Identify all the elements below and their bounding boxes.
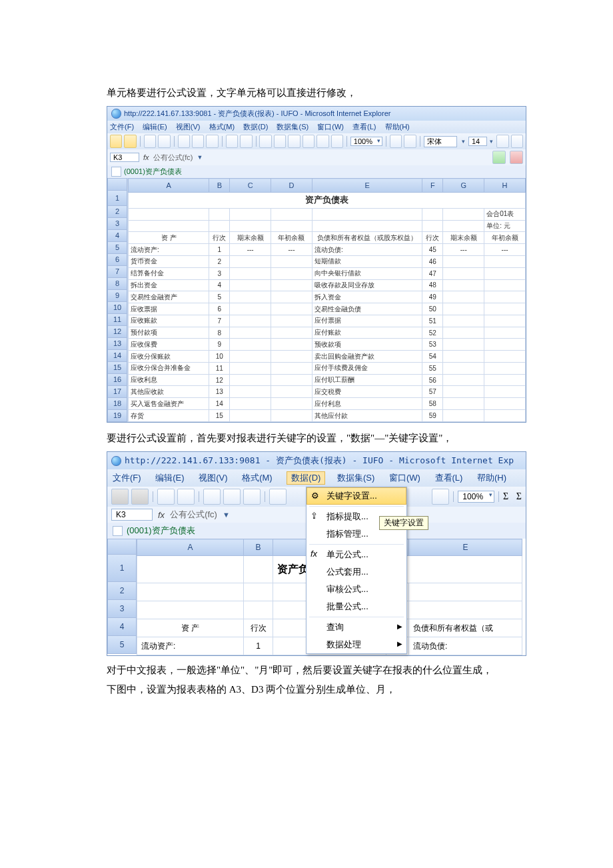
cell[interactable] bbox=[443, 315, 484, 327]
menu-edit[interactable]: 编辑(E) bbox=[143, 123, 167, 131]
row-header[interactable]: 17 bbox=[107, 386, 127, 398]
cell[interactable]: 会合01表 bbox=[484, 208, 526, 220]
menu-dataset[interactable]: 数据集(S) bbox=[277, 123, 308, 131]
redo-icon[interactable] bbox=[240, 135, 252, 148]
cell[interactable]: 应付账款 bbox=[312, 327, 422, 339]
paste2-icon[interactable] bbox=[288, 135, 300, 148]
cell[interactable]: 56 bbox=[422, 374, 443, 386]
cell[interactable]: 应收分保账款 bbox=[129, 351, 209, 363]
cell[interactable] bbox=[484, 279, 526, 291]
col-header[interactable]: B bbox=[209, 179, 230, 193]
menu-data[interactable]: 数据(D) bbox=[243, 123, 268, 131]
print-setup-icon[interactable] bbox=[243, 489, 261, 505]
cell[interactable] bbox=[443, 339, 484, 351]
cell[interactable]: 应付利息 bbox=[312, 398, 422, 410]
preview-icon[interactable] bbox=[203, 489, 221, 505]
cell[interactable] bbox=[230, 291, 271, 303]
formula-mode-select[interactable]: 公有公式(fc) bbox=[153, 153, 193, 163]
cell[interactable] bbox=[230, 315, 271, 327]
cell[interactable]: 流动负债: bbox=[409, 637, 522, 655]
cell-reference-box[interactable]: K3 bbox=[110, 153, 139, 162]
cell[interactable] bbox=[271, 303, 312, 315]
cell[interactable]: 结算备付金 bbox=[129, 267, 209, 279]
cell[interactable]: 应收账款 bbox=[129, 315, 209, 327]
cell[interactable]: 预收款项 bbox=[312, 339, 422, 351]
cell[interactable]: 7 bbox=[209, 315, 230, 327]
cell[interactable] bbox=[271, 351, 312, 363]
spreadsheet-grid[interactable]: A B C D E F G H 资产负债表 会合01表 单位: 元 资 产 行次… bbox=[128, 178, 526, 422]
cell[interactable]: 资 产 bbox=[129, 232, 209, 244]
menu-item-audit-formula[interactable]: 审核公式... bbox=[306, 581, 406, 598]
font-size-select[interactable]: 14 bbox=[468, 137, 487, 146]
cell[interactable] bbox=[271, 339, 312, 351]
find-icon[interactable] bbox=[331, 135, 343, 148]
cell[interactable]: 46 bbox=[422, 256, 443, 268]
cell[interactable] bbox=[484, 398, 526, 410]
cell[interactable]: 单位: 元 bbox=[484, 220, 526, 232]
save-as-icon[interactable] bbox=[124, 135, 136, 148]
cell[interactable] bbox=[443, 327, 484, 339]
cell[interactable]: 12 bbox=[209, 374, 230, 386]
preview-icon[interactable] bbox=[178, 135, 190, 148]
cell[interactable]: 10 bbox=[209, 351, 230, 363]
sigma-icon[interactable] bbox=[390, 135, 402, 148]
chevron-down-icon[interactable]: ▾ bbox=[461, 138, 466, 145]
cell[interactable] bbox=[484, 327, 526, 339]
cell[interactable] bbox=[484, 386, 526, 398]
brush-icon[interactable] bbox=[303, 135, 314, 148]
menu-view[interactable]: 视图(V) bbox=[176, 123, 201, 131]
cell[interactable] bbox=[484, 362, 526, 374]
cell[interactable] bbox=[230, 386, 271, 398]
cell[interactable] bbox=[230, 303, 271, 315]
menu-edit[interactable]: 编辑(E) bbox=[155, 472, 184, 484]
cell[interactable] bbox=[230, 256, 271, 268]
cell[interactable]: 应付职工薪酬 bbox=[312, 374, 422, 386]
cell[interactable] bbox=[230, 267, 271, 279]
cell[interactable] bbox=[484, 351, 526, 363]
cell[interactable]: 货币资金 bbox=[129, 256, 209, 268]
chevron-down-icon[interactable]: ▾ bbox=[489, 138, 494, 145]
menu-item-keyword-setup[interactable]: ⚙关键字设置... bbox=[306, 487, 406, 505]
cell[interactable] bbox=[484, 315, 526, 327]
sheet-tab[interactable]: (0001)资产负债表 bbox=[124, 167, 182, 177]
cell[interactable]: --- bbox=[443, 244, 484, 256]
cell[interactable]: 58 bbox=[422, 398, 443, 410]
fx-icon[interactable]: fx bbox=[158, 510, 165, 520]
cell[interactable]: 13 bbox=[209, 386, 230, 398]
cell[interactable]: 54 bbox=[422, 351, 443, 363]
check-icon[interactable] bbox=[492, 151, 506, 164]
cell[interactable] bbox=[484, 410, 526, 422]
menu-look[interactable]: 查看(L) bbox=[435, 472, 463, 484]
cell[interactable]: 年初余额 bbox=[271, 232, 312, 244]
row-header[interactable]: 8 bbox=[107, 278, 127, 290]
cell[interactable] bbox=[484, 374, 526, 386]
cell[interactable]: 期末余额 bbox=[443, 232, 484, 244]
cell[interactable] bbox=[230, 339, 271, 351]
copy2-icon[interactable] bbox=[274, 135, 286, 148]
cell[interactable]: 向中央银行借款 bbox=[312, 267, 422, 279]
cell[interactable] bbox=[230, 351, 271, 363]
find-icon[interactable] bbox=[432, 489, 449, 505]
sigma-icon[interactable]: Σ bbox=[516, 491, 522, 502]
save-icon[interactable] bbox=[110, 135, 122, 148]
cell[interactable]: 行次 bbox=[422, 232, 443, 244]
cell[interactable]: --- bbox=[230, 244, 271, 256]
row-header[interactable]: 14 bbox=[107, 350, 127, 362]
menu-format[interactable]: 格式(M) bbox=[242, 472, 273, 484]
cell[interactable] bbox=[230, 410, 271, 422]
print-setup-icon[interactable] bbox=[206, 135, 218, 148]
cell[interactable] bbox=[443, 362, 484, 374]
row-header[interactable]: 1 bbox=[107, 191, 127, 206]
menu-format[interactable]: 格式(M) bbox=[209, 123, 235, 131]
row-header[interactable]: 10 bbox=[107, 302, 127, 314]
cell[interactable] bbox=[443, 386, 484, 398]
row-header[interactable]: 15 bbox=[107, 362, 127, 374]
cell[interactable]: 资 产 bbox=[137, 619, 244, 637]
cell[interactable]: 流动资产: bbox=[137, 637, 244, 655]
row-header[interactable]: 16 bbox=[107, 374, 127, 386]
fill-color-icon[interactable] bbox=[511, 135, 523, 148]
cell[interactable]: 1 bbox=[244, 637, 273, 655]
cell[interactable] bbox=[271, 267, 312, 279]
col-header[interactable]: D bbox=[271, 179, 312, 193]
cell[interactable]: 59 bbox=[422, 410, 443, 422]
